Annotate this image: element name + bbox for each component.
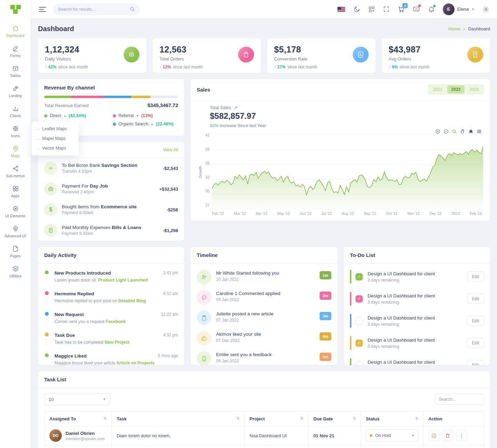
page-size-select[interactable]: 10▼ xyxy=(44,393,110,405)
zoom-out-icon[interactable] xyxy=(444,129,449,134)
sidebar-item-landing[interactable]: Landing xyxy=(0,82,31,102)
todo-checkbox[interactable]: ✓ xyxy=(355,273,363,280)
edit-button[interactable]: Edit xyxy=(467,338,484,348)
todo-item: ✓ Design a UI Dashboard for client3 days… xyxy=(350,292,484,306)
todo-checkbox[interactable]: ✓ xyxy=(355,362,363,365)
zoom-in-icon[interactable] xyxy=(435,129,440,134)
map-pin-icon xyxy=(12,145,19,152)
chart-menu-icon[interactable] xyxy=(477,129,482,134)
col-status[interactable]: Status⇅ xyxy=(361,412,423,426)
gear-flower-icon xyxy=(12,125,19,132)
todo-checkbox[interactable]: ✓ xyxy=(355,295,363,303)
year-2021-button[interactable]: 2021 xyxy=(429,85,447,94)
settings-gear-icon[interactable] xyxy=(483,6,489,13)
revenue-total: Total Revenue Earned $345,3467.72 xyxy=(44,103,178,108)
breadcrumb-home[interactable]: Home xyxy=(448,26,460,31)
activity-link[interactable]: New Project xyxy=(105,340,129,345)
legend-dot xyxy=(113,114,116,117)
transaction-row: $ Bought items from Ecommerce sitePaymen… xyxy=(38,199,184,220)
activity-dot xyxy=(45,291,49,295)
sidebar-item-apps[interactable]: Apps xyxy=(0,182,31,202)
home-reset-icon[interactable] xyxy=(468,129,474,134)
app-logo[interactable] xyxy=(0,0,31,19)
year-2022-button[interactable]: 2022 xyxy=(447,85,465,94)
pan-icon[interactable] xyxy=(460,129,465,134)
arrow-right-icon: → xyxy=(36,137,40,141)
activity-link[interactable]: Article on Projects xyxy=(116,361,154,365)
sort-icon: ⇅ xyxy=(236,416,240,421)
table-search-input[interactable] xyxy=(435,394,484,405)
activity-link[interactable]: Facebook xyxy=(106,319,126,324)
sidebar-item-sub-menus[interactable]: Sub-menus xyxy=(0,162,31,182)
transaction-amount: -$256 xyxy=(167,207,178,212)
col-task[interactable]: Task⇅ xyxy=(112,412,245,426)
search-icon[interactable] xyxy=(129,6,135,12)
language-flag-icon[interactable] xyxy=(337,7,345,12)
col-action: Action xyxy=(423,412,484,426)
submenu-item-mapel-maps[interactable]: →Mapel Maps xyxy=(31,134,79,143)
sidebar-item-advanced-ui[interactable]: Advanced UI xyxy=(0,222,31,242)
briefcase-icon xyxy=(44,182,57,196)
search-input[interactable] xyxy=(58,7,129,12)
activity-link[interactable]: Detailed Blog xyxy=(118,298,146,303)
bell-icon[interactable] xyxy=(428,6,435,13)
revenue-card-title: Revenue By channel xyxy=(44,85,178,90)
sidebar-item-dashboard[interactable]: Dashboard xyxy=(0,21,31,41)
view-all-link[interactable]: View All xyxy=(163,147,178,152)
dollar-icon: $ xyxy=(44,203,57,216)
messages-icon[interactable] xyxy=(413,6,420,13)
activity-dot xyxy=(45,312,49,316)
legend-dot xyxy=(113,123,116,126)
sidebar-item-icons[interactable]: Icons xyxy=(0,122,31,142)
todo-checkbox[interactable]: ✓ xyxy=(355,317,363,325)
sidebar-item-utilities[interactable]: Utilities xyxy=(0,262,31,282)
activity-link[interactable]: Product Light Launched xyxy=(98,278,148,283)
sidebar-item-ui-elements[interactable]: UI Elements xyxy=(0,202,31,222)
delete-button[interactable] xyxy=(442,430,453,441)
sidebar-nav: Dashboard Forms Tables Landing Charts Ic… xyxy=(0,19,31,282)
col-project[interactable]: Project⇅ xyxy=(245,412,309,426)
approve-button[interactable] xyxy=(428,430,439,441)
sidebar-item-tables[interactable]: Tables xyxy=(0,61,31,82)
cart-icon[interactable]: 4 xyxy=(398,6,405,13)
book-icon xyxy=(197,351,211,365)
edit-button[interactable]: Edit xyxy=(467,316,484,326)
stat-card-conversion-rate: $5,178 Conversion Rate ↑ 27%since last m… xyxy=(267,38,376,73)
activity-item: Maggice Liked5 mins ago Maggice bruce li… xyxy=(44,353,178,365)
todo-checkbox[interactable]: ✓ xyxy=(355,340,363,347)
selection-zoom-icon[interactable] xyxy=(452,129,457,134)
apps-grid-icon[interactable] xyxy=(368,6,375,13)
sidebar-item-forms[interactable]: Forms xyxy=(0,41,31,61)
stat-card-total-orders: 12,563 Total Orders ↓ 12%since last mont… xyxy=(153,38,261,73)
sales-area-chart: Growth 423936333027 xyxy=(197,135,483,209)
sidebar-item-maps[interactable]: Maps xyxy=(0,142,31,162)
stat-delta: ↓ 12%since last month xyxy=(159,65,254,69)
submenu-item-leaflet-maps[interactable]: →Leaflet Maps xyxy=(31,124,79,134)
chart-plot-area[interactable] xyxy=(212,135,483,209)
sidebar-item-charts[interactable]: Charts xyxy=(0,102,31,122)
sidebar-item-pages[interactable]: Pages xyxy=(0,242,31,262)
col-assigned-to[interactable]: Assigned To⇅ xyxy=(45,412,112,426)
stat-delta: ↑ 27%since last month xyxy=(274,65,369,69)
submenu-item-vector-maps[interactable]: →Vector Maps xyxy=(31,143,79,153)
stat-delta: ↑ 9%since last month xyxy=(389,65,483,69)
sidebar-toggle-icon[interactable] xyxy=(39,6,46,12)
more-options-button[interactable]: ⋮ xyxy=(456,430,467,441)
cart-badge: 4 xyxy=(402,3,408,8)
timeline-badge: 1m xyxy=(320,271,331,279)
global-search xyxy=(53,3,140,15)
edit-button[interactable]: Edit xyxy=(467,360,484,365)
dark-mode-icon[interactable] xyxy=(353,6,360,13)
status-select[interactable]: On Hold▼ xyxy=(366,429,418,442)
user-menu[interactable]: E Elena ▼ xyxy=(443,3,475,15)
activity-item: New Products Introduced1:43 pm Lorem ips… xyxy=(44,270,178,291)
col-due-date[interactable]: Due Date⇅ xyxy=(309,412,361,426)
edit-button[interactable]: Edit xyxy=(467,294,484,304)
transaction-row: To Bel Bcron Bank Savings SectionTransfe… xyxy=(38,158,184,179)
edit-button[interactable]: Edit xyxy=(467,271,484,282)
receipt-icon xyxy=(467,47,483,63)
year-2023-button[interactable]: 2023 xyxy=(465,85,483,94)
fullscreen-icon[interactable] xyxy=(383,6,390,12)
grid-icon xyxy=(12,185,19,192)
advanced-gear-icon xyxy=(12,225,19,232)
